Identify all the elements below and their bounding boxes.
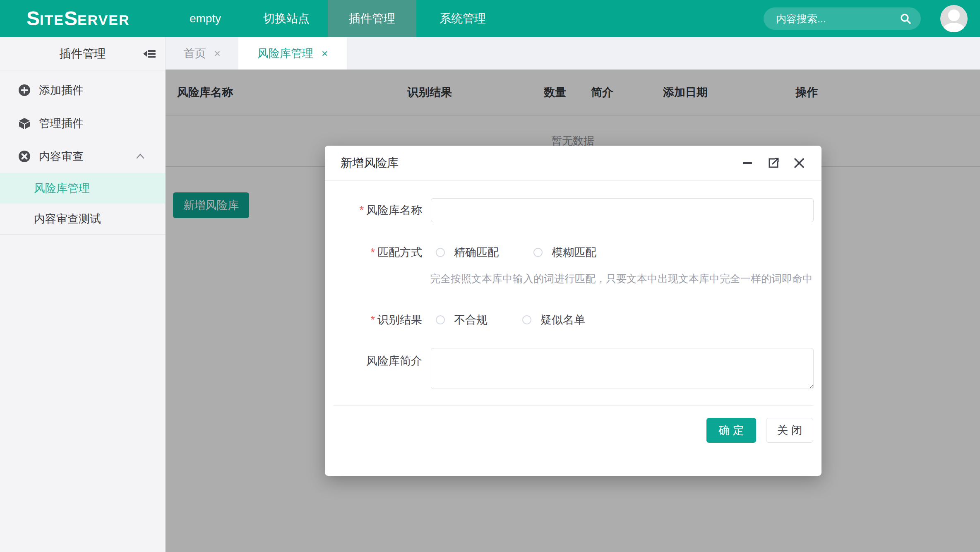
tab-label: 首页 [183, 46, 206, 61]
sidebar-item-add-plugin[interactable]: 添加插件 [0, 74, 165, 107]
tab-risk-library[interactable]: 风险库管理 × [238, 37, 347, 70]
cube-icon [18, 117, 31, 130]
sidebar: 插件管理 添加插件 [0, 37, 166, 552]
radio-non-compliant[interactable]: 不合规 [436, 312, 488, 327]
risk-library-name-input[interactable] [431, 198, 814, 222]
sidebar-subitem-risk-library[interactable]: 风险库管理 [0, 173, 165, 204]
result-label: *识别结果 [325, 309, 422, 331]
close-button[interactable]: 关 闭 [766, 418, 813, 443]
radio-exact-match[interactable]: 精确匹配 [436, 245, 499, 260]
radio-circle[interactable] [436, 248, 445, 257]
content-review-submenu: 风险库管理 内容审查测试 [0, 173, 165, 235]
radio-circle[interactable] [533, 248, 543, 257]
nav-item-switch-site[interactable]: 切换站点 [245, 0, 328, 37]
match-mode-radio-group: 精确匹配 模糊匹配 [436, 241, 631, 264]
sidebar-item-label: 内容审查 [39, 149, 84, 164]
sidebar-item-content-review[interactable]: 内容审查 [0, 140, 165, 173]
avatar-person-icon [948, 10, 960, 21]
sidebar-subitem-review-test[interactable]: 内容审查测试 [0, 204, 165, 234]
risk-library-intro-textarea[interactable] [431, 348, 814, 389]
maximize-icon[interactable] [767, 156, 780, 170]
modal-header: 新增风险库 [325, 146, 821, 181]
modal-window-controls [741, 156, 806, 170]
required-asterisk: * [370, 246, 375, 259]
close-tab-icon[interactable]: × [322, 48, 328, 59]
close-tab-icon[interactable]: × [214, 48, 220, 59]
confirm-button[interactable]: 确 定 [706, 418, 756, 443]
required-asterisk: * [359, 204, 364, 216]
siteserver-logo[interactable]: SITESERVER [26, 0, 130, 37]
content-search-box[interactable] [764, 7, 921, 30]
modal-footer-divider [333, 405, 813, 406]
x-circle-icon [18, 150, 31, 163]
tab-strip: 首页 × 风险库管理 × [166, 37, 980, 70]
sidebar-item-manage-plugins[interactable]: 管理插件 [0, 107, 165, 140]
chevron-up-icon [135, 151, 146, 162]
match-mode-label: *匹配方式 [325, 241, 422, 264]
sidebar-item-label: 添加插件 [39, 83, 84, 98]
sidebar-header: 插件管理 [0, 37, 165, 70]
radio-circle[interactable] [522, 315, 531, 324]
risk-library-name-label: *风险库名称 [325, 198, 422, 222]
sidebar-menu: 添加插件 管理插件 内容审查 [0, 70, 165, 235]
close-icon[interactable] [793, 156, 806, 170]
match-mode-help-text: 完全按照文本库中输入的词进行匹配，只要文本中出现文本库中完全一样的词即命中 [430, 271, 815, 286]
radio-circle[interactable] [436, 315, 445, 324]
modal-title: 新增风险库 [341, 155, 741, 171]
nav-item-system-management[interactable]: 系统管理 [416, 0, 509, 37]
radio-suspect-list[interactable]: 疑似名单 [522, 312, 585, 327]
user-avatar[interactable] [940, 5, 968, 32]
top-navbar: SITESERVER empty 切换站点 插件管理 系统管理 [0, 0, 980, 37]
sidebar-title: 插件管理 [60, 46, 106, 62]
tab-label: 风险库管理 [257, 46, 313, 61]
add-risk-library-modal: 新增风险库 *风险库名称 *匹配方 [325, 146, 821, 476]
radio-fuzzy-match[interactable]: 模糊匹配 [533, 245, 596, 260]
tab-home[interactable]: 首页 × [166, 37, 238, 70]
collapse-sidebar-icon[interactable] [143, 48, 156, 60]
sidebar-item-label: 管理插件 [39, 116, 84, 131]
search-input[interactable] [776, 13, 899, 25]
intro-label: 风险库简介 [325, 344, 422, 377]
logo-text: S [26, 0, 40, 37]
nav-item-plugin-management[interactable]: 插件管理 [328, 0, 416, 37]
plus-circle-icon [18, 84, 31, 96]
modal-footer-buttons: 确 定 关 闭 [706, 418, 813, 443]
search-icon[interactable] [899, 12, 912, 25]
required-asterisk: * [370, 314, 375, 326]
page: SITESERVER empty 切换站点 插件管理 系统管理 插件管理 [0, 0, 980, 552]
minimize-icon[interactable] [741, 156, 754, 170]
result-radio-group: 不合规 疑似名单 [436, 309, 620, 331]
nav-item-empty[interactable]: empty [174, 0, 237, 37]
